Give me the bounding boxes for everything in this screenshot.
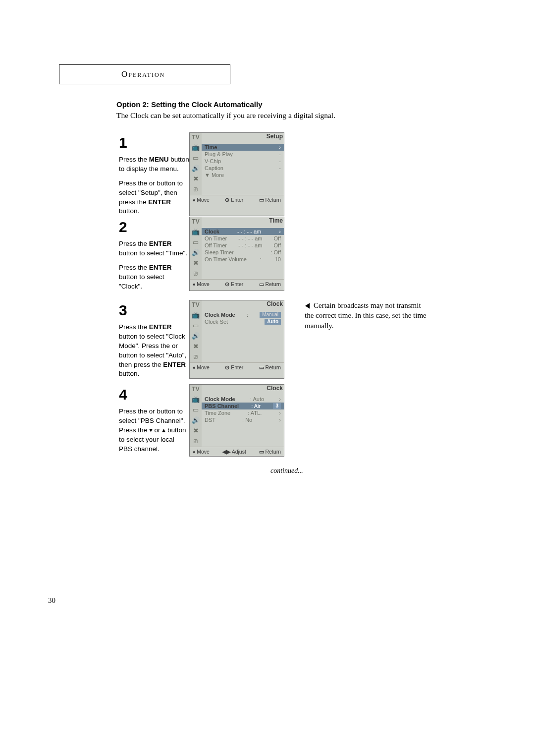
step-3: 3 Press the ENTER button to select "Cloc… [119,300,284,379]
step-3-text: 3 Press the ENTER button to select "Cloc… [119,300,189,379]
settings-icon: ✖ [193,259,199,267]
osd-title-time: Time [202,217,284,226]
screen-icon: ▭ [193,322,199,329]
chevron-right-icon: › [279,144,281,150]
step-1-number: 1 [119,132,189,153]
osd-title-clock-2: Clock [202,385,284,394]
sliders-icon: ⎚ [194,353,198,360]
step-4-text: 4 Press the or button to select "PBS Cha… [119,384,189,457]
osd-footer: ♦ Move ⊙ Enter ▭ Return [190,195,284,204]
sliders-icon: ⎚ [194,270,198,277]
settings-icon: ✖ [193,343,199,350]
osd-title-clock: Clock [202,300,284,309]
intro-text: The Clock can be set automatically if yo… [116,111,335,120]
osd-setup: TV Setup 📺 ▭ 🔊 ✖ ⎚ Time› Plug & Play- V-… [189,132,284,216]
picture-icon: 📺 [192,311,200,319]
osd-time: TV Time 📺 ▭ 🔊 ✖ ⎚ Clock- - : - - am› On … [189,217,284,291]
section-header: Operation [59,64,230,84]
chevron-right-icon: › [279,229,281,234]
step-1: 1 Press the MENU button to display the m… [119,132,284,216]
settings-icon: ✖ [193,175,199,182]
step-4: 4 Press the or button to select "PBS Cha… [119,384,284,457]
osd-clock: TV Clock 📺 ▭ 🔊 ✖ ⎚ Clock Mode:Manual Clo… [189,300,284,379]
picture-icon: 📺 [192,228,200,235]
section-header-text: Operation [121,69,165,79]
osd-title-setup: Setup [202,133,284,142]
step-1-text: 1 Press the MENU button to display the m… [119,132,189,216]
settings-icon: ✖ [193,427,199,434]
side-note: ◀Certain broadcasts may not transmit the… [305,300,428,331]
page: Operation Option 2: Setting the Clock Au… [0,0,535,756]
sliders-icon: ⎚ [194,185,198,193]
step-2: 2 Press the ENTER button to select "Time… [119,217,284,291]
osd-tv-label: TV [190,133,202,142]
subheading: Option 2: Setting the Clock Automaticall… [116,100,262,109]
screen-icon: ▭ [193,238,199,246]
step-3-number: 3 [119,300,189,321]
step-4-number: 4 [119,384,189,405]
continued-text: continued... [270,467,303,475]
screen-icon: ▭ [193,406,199,413]
page-number: 30 [48,596,55,605]
step-2-text: 2 Press the ENTER button to select "Time… [119,217,189,291]
picture-icon: 📺 [192,396,200,403]
sound-icon: 🔊 [192,416,200,424]
chevron-left-icon: ◀ [305,300,310,310]
osd-sidebar-icons: 📺 ▭ 🔊 ✖ ⎚ [190,142,202,195]
picture-icon: 📺 [192,144,200,151]
sound-icon: 🔊 [192,165,200,172]
screen-icon: ▭ [193,154,199,162]
sliders-icon: ⎚ [194,437,198,445]
osd-clock-pbs: TV Clock 📺 ▭ 🔊 ✖ ⎚ Clock Mode: Auto› PBS… [189,384,284,457]
sound-icon: 🔊 [192,332,200,340]
sound-icon: 🔊 [192,249,200,256]
step-2-number: 2 [119,217,189,237]
